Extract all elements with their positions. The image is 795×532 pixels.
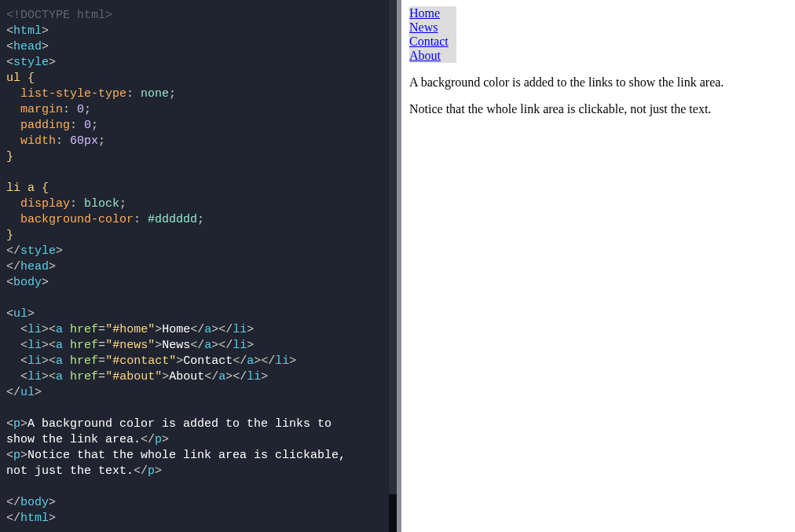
list-item: About [409, 49, 456, 63]
list-item: Contact [409, 35, 456, 49]
editor-scrollbar[interactable] [389, 0, 397, 532]
nav-link-about[interactable]: About [409, 49, 456, 63]
nav-link-home[interactable]: Home [409, 6, 456, 20]
paragraph-1: A background color is added to the links… [409, 75, 789, 90]
tag-style-open: style [13, 56, 49, 69]
nav-link-news[interactable]: News [409, 20, 456, 35]
list-item: Home [409, 6, 456, 20]
preview-pane: Home News Contact About A background col… [401, 0, 795, 532]
nav-link-contact[interactable]: Contact [409, 35, 456, 49]
nav-list: Home News Contact About [409, 6, 456, 63]
code-doctype: <!DOCTYPE html> [6, 9, 112, 22]
list-item: News [409, 20, 456, 35]
selector-ul: ul { [6, 72, 35, 85]
tag-html-open: html [13, 24, 42, 38]
tag-head-open: head [13, 40, 42, 53]
paragraph-2: Notice that the whole link area is click… [409, 102, 789, 116]
selector-li-a: li a { [6, 182, 49, 195]
code-editor-pane[interactable]: <!DOCTYPE html> <html> <head> <style> ul… [0, 0, 397, 532]
scrollbar-thumb[interactable] [389, 494, 397, 532]
